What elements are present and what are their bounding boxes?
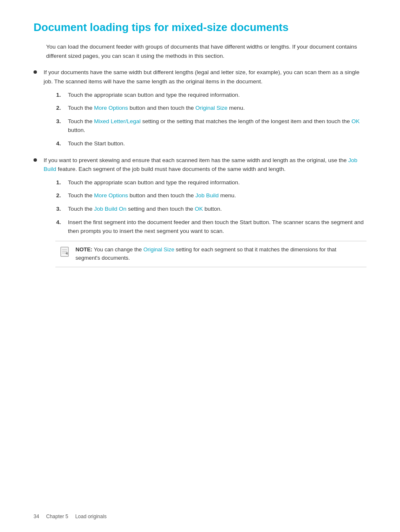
step-number-2-4: 4. (56, 218, 68, 227)
step-text-1-3: Touch the Mixed Letter/Legal setting or … (68, 117, 366, 135)
step-number-2-1: 1. (56, 178, 68, 187)
step-2-2: 2. Touch the More Options button and the… (56, 191, 366, 200)
bullet-text-2: If you want to prevent skewing and ensur… (44, 156, 366, 174)
step-2-4: 4. Insert the first segment into the doc… (56, 218, 366, 236)
step-number-1-1: 1. (56, 90, 68, 100)
svg-rect-1 (61, 247, 68, 256)
link-original-size-note[interactable]: Original Size (143, 246, 174, 253)
note-text: NOTE: You can change the Original Size s… (75, 245, 362, 263)
bullet-dot-2 (34, 158, 37, 162)
step-1-3: 3. Touch the Mixed Letter/Legal setting … (56, 117, 366, 135)
step-1-4: 4. Touch the Start button. (56, 139, 366, 148)
step-2-1: 1. Touch the appropriate scan button and… (56, 178, 366, 187)
link-more-options-1[interactable]: More Options (94, 105, 128, 111)
sub-steps-1: 1. Touch the appropriate scan button and… (56, 90, 366, 148)
note-box: NOTE: You can change the Original Size s… (55, 241, 366, 268)
page-container: Document loading tips for mixed-size doc… (0, 0, 400, 309)
step-text-2-2: Touch the More Options button and then t… (68, 191, 366, 200)
link-ok-1[interactable]: OK (351, 118, 360, 124)
link-mixed-letter-legal[interactable]: Mixed Letter/Legal (94, 118, 140, 124)
link-more-options-2[interactable]: More Options (94, 192, 128, 199)
step-text-2-4: Insert the first segment into the docume… (68, 218, 366, 236)
step-text-2-1: Touch the appropriate scan button and ty… (68, 178, 366, 187)
step-text-1-4: Touch the Start button. (68, 139, 366, 148)
step-2-3: 3. Touch the Job Build On setting and th… (56, 204, 366, 214)
bullet-item-1: If your documents have the same width bu… (34, 68, 366, 152)
link-original-size-1[interactable]: Original Size (195, 105, 228, 111)
sub-steps-2: 1. Touch the appropriate scan button and… (56, 178, 366, 236)
bullet-list: If your documents have the same width bu… (34, 68, 366, 272)
footer-chapter-title: Load originals (75, 514, 106, 519)
bullet-item-2: If you want to prevent skewing and ensur… (34, 156, 366, 273)
step-number-2-3: 3. (56, 204, 68, 214)
step-text-2-3: Touch the Job Build On setting and then … (68, 204, 366, 214)
page-title: Document loading tips for mixed-size doc… (34, 21, 366, 34)
step-text-1-2: Touch the More Options button and then t… (68, 103, 366, 113)
step-number-1-4: 4. (56, 139, 68, 148)
step-1-1: 1. Touch the appropriate scan button and… (56, 90, 366, 100)
step-text-1-1: Touch the appropriate scan button and ty… (68, 90, 366, 100)
note-label: NOTE: (75, 246, 92, 253)
note-icon (60, 246, 72, 259)
link-ok-2[interactable]: OK (195, 206, 203, 212)
note-content: You can change the Original Size setting… (75, 246, 336, 261)
step-number-1-2: 2. (56, 103, 68, 113)
page-number: 34 (34, 514, 39, 519)
intro-text: You can load the document feeder with gr… (46, 42, 366, 60)
step-number-1-3: 3. (56, 117, 68, 126)
page-footer: 34 Chapter 5 Load originals (34, 514, 106, 519)
link-job-build-on[interactable]: Job Build On (94, 206, 126, 212)
link-job-build-1[interactable]: Job Build (44, 157, 357, 173)
link-job-build-2[interactable]: Job Build (195, 192, 219, 199)
step-1-2: 2. Touch the More Options button and the… (56, 103, 366, 113)
step-number-2-2: 2. (56, 191, 68, 200)
footer-chapter: Chapter 5 (46, 514, 68, 519)
bullet-text-1: If your documents have the same width bu… (44, 68, 366, 86)
bullet-dot-1 (34, 70, 37, 74)
